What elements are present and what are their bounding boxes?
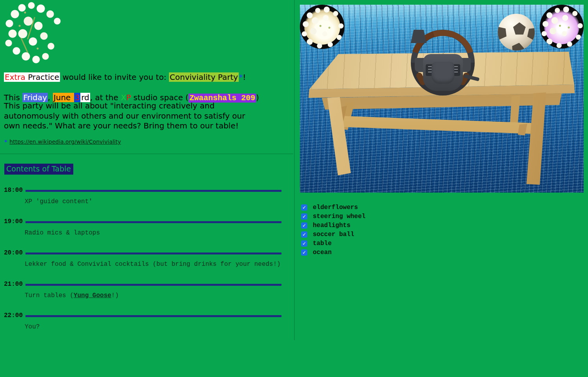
checkbox-label: elderflowers [313,204,358,211]
party-description: This party will be all about "interactin… [4,101,257,131]
checkbox-label: soccer ball [313,231,354,238]
checkbox-checked[interactable]: ✓ [301,231,307,238]
yung-goose-link[interactable]: Yung Goose [74,292,111,299]
checkbox-checked[interactable]: ✓ [301,249,307,256]
footnote-asterisk-ref: * [239,72,243,82]
steering-wheel-airbag-cover [432,62,454,84]
footnote: *https://en.wikipedia.org/wiki/Convivial… [4,139,121,145]
party-name-highlight: Conviviality Party [169,72,239,82]
steering-wheel [411,30,475,96]
footnote-asterisk: * [4,139,7,145]
schedule-line [25,221,281,223]
checklist-row: ✓ headlights [301,222,365,229]
schedule-time: 18:00 [4,187,23,194]
soccer-ball-pentagon [498,24,509,41]
elderflower-headlight-left [300,5,345,49]
steering-wheel-hub [423,54,463,91]
checkbox-label: ocean [313,249,332,256]
elderflower-headlight-right [540,5,584,49]
checklist-row: ✓ steering wheel [301,213,365,220]
schedule-item-label: You? [25,323,281,330]
extra-practice-highlight: Extra Practice [4,72,60,82]
schedule-item-label: Lekker food & Convivial cocktails (but b… [25,261,281,268]
schedule-line [25,315,281,317]
schedule-item-label: XP 'guide content' [25,198,281,205]
checklist-row: ✓ ocean [301,249,365,256]
schedule-line [25,253,281,254]
schedule-line [25,284,281,286]
schedule-row-1800: 18:00 XP 'guide content' [4,187,281,205]
steering-wheel-bottom-spoke [411,30,426,43]
checkbox-label: headlights [313,222,350,229]
checklist-row: ✓ table [301,240,365,247]
invite-middle-text: would like to invite you to: [60,72,169,82]
extra-text: Extra [5,72,25,82]
checkbox-checked[interactable]: ✓ [301,240,307,247]
checklist-row: ✓ soccer ball [301,231,365,238]
checkbox-checked[interactable]: ✓ [301,204,307,211]
party-collage-image [300,5,584,193]
checklist-row: ✓ elderflowers [301,204,365,211]
flower-blossoms [3,1,64,63]
checkbox-label: table [313,240,332,247]
left-column: Extra Practice would like to invite you … [0,0,295,340]
wikipedia-conviviality-link[interactable]: https://en.wikipedia.org/wiki/Conviviali… [9,139,121,145]
schedule-time: 22:00 [4,312,23,319]
elderflower-blossoms [300,5,345,49]
schedule-heading: Contents of Table [4,164,73,175]
practice-text: Practice [28,72,59,82]
soccer-ball-pentagon [513,22,526,35]
schedule-row-2200: 22:00 You? [4,312,281,330]
schedule-line [25,190,281,192]
checkbox-label: steering wheel [313,213,365,220]
invite-headline: Extra Practice would like to invite you … [4,72,259,103]
elderflower-blossoms [540,5,584,49]
schedule-row-1900: 19:00 Radio mics & laptops [4,218,281,236]
checkbox-checked[interactable]: ✓ [301,213,307,220]
soccer-ball [498,14,535,51]
schedule-time: 20:00 [4,249,23,256]
schedule-item-label: Turn tables (Yung Goose!) [25,292,281,299]
schedule-row-2000: 20:00 Lekker food & Convivial cocktails … [4,249,281,268]
section-divider [0,153,293,154]
elderflower-image [3,1,64,63]
checkbox-checked[interactable]: ✓ [301,222,307,229]
schedule-row-2100: 21:00 Turn tables (Yung Goose!) [4,281,281,299]
collage-contents-checklist: ✓ elderflowers ✓ steering wheel ✓ headli… [301,204,365,258]
schedule-time: 21:00 [4,281,23,288]
schedule-time: 19:00 [4,218,23,225]
schedule-item-label: Radio mics & laptops [25,229,281,236]
